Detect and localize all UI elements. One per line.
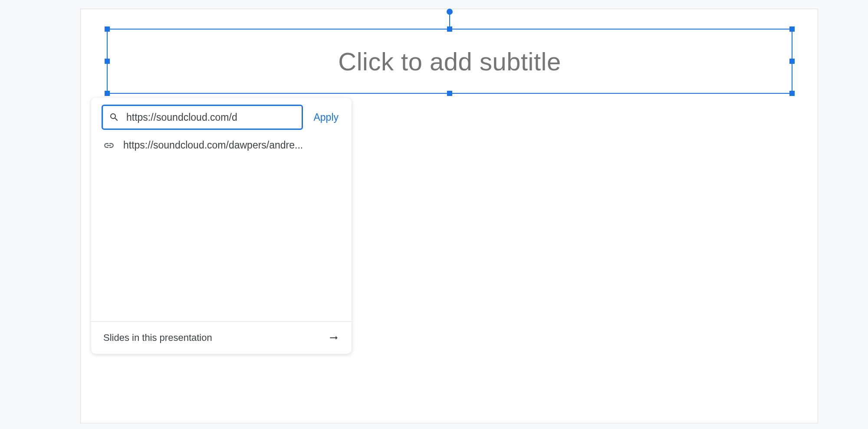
subtitle-placeholder-text: Click to add subtitle — [338, 47, 561, 76]
search-icon — [109, 112, 119, 122]
popup-spacer — [91, 156, 352, 321]
rotation-handle[interactable] — [447, 9, 453, 15]
link-icon — [103, 140, 115, 151]
insert-link-popup: Apply https://soundcloud.com/dawpers/and… — [91, 98, 352, 354]
subtitle-text-box[interactable]: Click to add subtitle — [107, 29, 792, 94]
resize-handle-top-right[interactable] — [789, 26, 795, 32]
link-suggestion-row[interactable]: https://soundcloud.com/dawpers/andre... — [91, 136, 352, 156]
resize-handle-middle-left[interactable] — [105, 59, 110, 64]
arrow-right-icon — [328, 332, 339, 343]
resize-handle-bottom-middle[interactable] — [447, 91, 452, 96]
resize-handle-top-middle[interactable] — [447, 26, 452, 32]
link-suggestion-text: https://soundcloud.com/dawpers/andre... — [123, 139, 303, 151]
resize-handle-top-left[interactable] — [105, 26, 110, 32]
apply-button[interactable]: Apply — [311, 108, 341, 127]
slides-in-presentation-label: Slides in this presentation — [103, 332, 212, 343]
resize-handle-bottom-left[interactable] — [105, 91, 110, 96]
popup-header: Apply — [91, 98, 352, 136]
resize-handle-middle-right[interactable] — [789, 59, 795, 64]
slides-in-presentation-row[interactable]: Slides in this presentation — [91, 321, 352, 354]
link-search-field-wrap[interactable] — [102, 105, 303, 130]
link-search-input[interactable] — [126, 112, 296, 123]
resize-handle-bottom-right[interactable] — [789, 91, 795, 96]
